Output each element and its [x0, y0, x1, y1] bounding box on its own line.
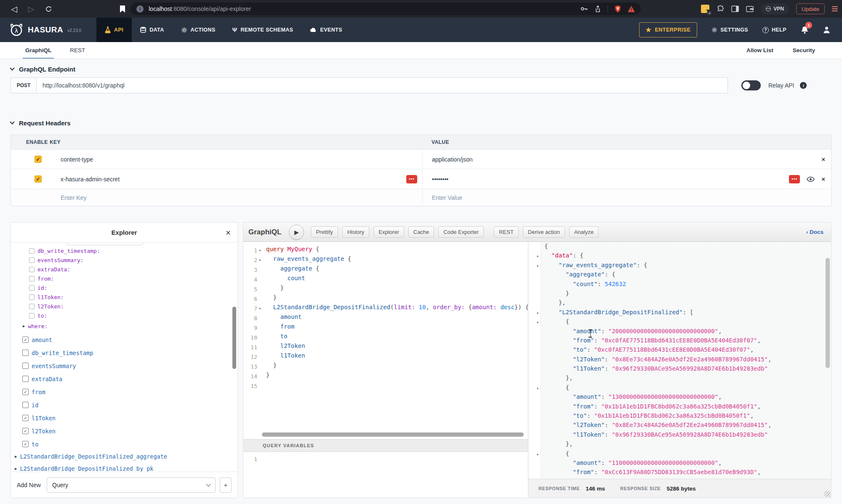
explorer-item-where[interactable]: ▶where:: [23, 321, 237, 331]
operation-type-select[interactable]: Query: [47, 477, 216, 493]
relay-info-icon[interactable]: i: [800, 82, 807, 89]
explorer-item-db-write-timestamp[interactable]: db_write_timestamp:: [29, 246, 237, 255]
fold-icon[interactable]: ▾: [528, 262, 541, 271]
unchecked-checkbox[interactable]: [22, 350, 29, 356]
share-icon[interactable]: [595, 5, 601, 12]
sidebar-toggle-icon[interactable]: [731, 5, 739, 12]
password-manager-icon[interactable]: •••: [406, 175, 417, 183]
fold-icon[interactable]: ▾: [528, 450, 541, 459]
expand-arrow-icon[interactable]: ▶: [15, 454, 17, 459]
editor-horizontal-scrollbar[interactable]: [262, 432, 524, 437]
explorer-item-id[interactable]: id: [22, 401, 237, 409]
nav-item-api[interactable]: API: [96, 18, 132, 42]
header-value-masked[interactable]: ••••••••: [432, 176, 448, 183]
bookmark-icon[interactable]: [120, 5, 125, 13]
unchecked-checkbox[interactable]: [22, 402, 29, 408]
unchecked-checkbox[interactable]: [29, 313, 35, 318]
fold-icon[interactable]: ▾: [257, 258, 263, 262]
notes-extension-icon[interactable]: 1: [701, 5, 709, 13]
nav-item-actions[interactable]: ACTIONS: [173, 18, 224, 42]
query-editor[interactable]: 1▾2▾34567▾89101112131415 query MyQuery {…: [243, 242, 528, 439]
expand-arrow-icon[interactable]: ▶: [15, 467, 17, 471]
site-info-icon[interactable]: i: [136, 5, 144, 13]
fold-icon[interactable]: ▾: [257, 249, 263, 252]
add-operation-button[interactable]: +: [220, 477, 232, 493]
query-variables-editor[interactable]: 1: [243, 452, 528, 498]
docs-link[interactable]: ‹ Docs: [806, 229, 826, 235]
enable-checkbox[interactable]: ✓: [35, 175, 42, 183]
fold-icon[interactable]: ▾: [528, 252, 541, 261]
menu-icon[interactable]: [832, 6, 838, 11]
password-manager-icon[interactable]: •••: [789, 175, 800, 183]
extension-icon[interactable]: [717, 5, 724, 13]
close-explorer-icon[interactable]: ×: [226, 228, 231, 237]
update-button[interactable]: Update: [796, 3, 825, 14]
hasura-brand[interactable]: λ HASURA v2.23.0: [9, 23, 81, 37]
cache-button[interactable]: Cache: [408, 226, 434, 238]
enable-checkbox[interactable]: ✓: [35, 156, 42, 163]
explorer-item-from[interactable]: ✓from: [22, 387, 237, 396]
checked-checkbox[interactable]: ✓: [22, 337, 29, 343]
explorer-item-db-write-timestamp[interactable]: db_write_timestamp: [22, 348, 237, 357]
history-button[interactable]: History: [342, 226, 369, 238]
explorer-item-l1Token[interactable]: ✓l1Token: [22, 414, 237, 422]
tab-rest[interactable]: REST: [70, 42, 85, 59]
value-input[interactable]: Enter Value: [432, 194, 462, 201]
allow-list-link[interactable]: Allow List: [746, 47, 773, 53]
warning-icon[interactable]: [628, 6, 635, 12]
user-icon[interactable]: [823, 26, 830, 34]
unchecked-checkbox[interactable]: [29, 267, 35, 272]
checked-checkbox[interactable]: ✓: [22, 389, 29, 395]
tab-graphiql[interactable]: GraphiQL: [25, 42, 51, 59]
resize-handle[interactable]: [824, 491, 830, 497]
request-headers-section-header[interactable]: Request Headers: [11, 113, 831, 128]
explorer-item-eventsSummary[interactable]: eventsSummary:: [29, 255, 237, 265]
explorer-item-to[interactable]: to:: [29, 311, 237, 320]
help-button[interactable]: ? HELP: [762, 27, 786, 33]
explorer-item-eventsSummary[interactable]: eventsSummary: [22, 361, 237, 370]
remove-header-icon[interactable]: ×: [821, 156, 825, 163]
analyze-button[interactable]: Analyze: [569, 226, 599, 238]
explorer-item-id[interactable]: id:: [29, 283, 237, 292]
explorer-item-l2Token[interactable]: ✓l2Token: [22, 427, 237, 435]
settings-button[interactable]: SETTINGS: [711, 27, 748, 33]
nav-item-remote-schemas[interactable]: Ψ REMOTE SCHEMAS: [224, 18, 302, 42]
response-viewer[interactable]: ▾▾▾▾▾▾ { "data": { "raw_events_aggregate…: [528, 242, 831, 479]
brave-shield-icon[interactable]: [615, 5, 621, 13]
prettify-button[interactable]: Prettify: [311, 226, 338, 238]
graphql-endpoint-section-header[interactable]: GraphQL Endpoint: [11, 59, 831, 74]
explorer-item-extraData[interactable]: extraData: [22, 374, 237, 383]
unchecked-checkbox[interactable]: [22, 363, 29, 369]
unchecked-checkbox[interactable]: [29, 294, 35, 300]
derive-action-button[interactable]: Derive action: [523, 226, 565, 238]
explorer-item-l2Token[interactable]: l2Token:: [29, 302, 237, 311]
query-variables-header[interactable]: QUERY VARIABLES: [243, 439, 528, 452]
fold-icon[interactable]: ▾: [528, 318, 541, 327]
address-bar[interactable]: i localhost:8080/console/api/api-explore…: [131, 3, 641, 15]
header-key[interactable]: content-type: [61, 156, 93, 163]
reload-icon[interactable]: [45, 5, 52, 13]
graphql-endpoint-input[interactable]: [37, 77, 728, 93]
unchecked-checkbox[interactable]: [29, 257, 35, 263]
checked-checkbox[interactable]: ✓: [22, 441, 29, 447]
key-icon[interactable]: [581, 6, 588, 12]
nav-item-events[interactable]: EVENTS: [301, 18, 350, 42]
execute-query-button[interactable]: ▶: [289, 225, 304, 240]
explorer-item-to[interactable]: ✓to: [22, 440, 237, 448]
notifications-button[interactable]: 1: [801, 26, 809, 34]
rest-button[interactable]: REST: [494, 226, 519, 238]
fold-icon[interactable]: ▾: [257, 307, 263, 310]
explorer-item-l1Token[interactable]: l1Token:: [29, 292, 237, 302]
checked-checkbox[interactable]: ✓: [22, 428, 29, 434]
nav-item-data[interactable]: DATA: [132, 18, 172, 42]
explorer-item-L2StandardBridge-DepositFinalized-by-pk[interactable]: ▶L2StandardBridge_DepositFinalized_by_pk: [15, 464, 237, 472]
wallet-icon[interactable]: [746, 6, 754, 12]
checked-checkbox[interactable]: ✓: [22, 415, 29, 421]
fold-icon[interactable]: ▾: [528, 384, 541, 393]
unchecked-checkbox[interactable]: [29, 276, 35, 281]
expand-arrow-icon[interactable]: ▶: [23, 324, 25, 328]
fold-icon[interactable]: ▾: [528, 309, 541, 318]
explorer-scrollbar[interactable]: [232, 307, 236, 369]
editor-code[interactable]: query MyQuery { raw_events_aggregate { a…: [263, 242, 528, 439]
forward-icon[interactable]: ▷: [28, 4, 35, 14]
